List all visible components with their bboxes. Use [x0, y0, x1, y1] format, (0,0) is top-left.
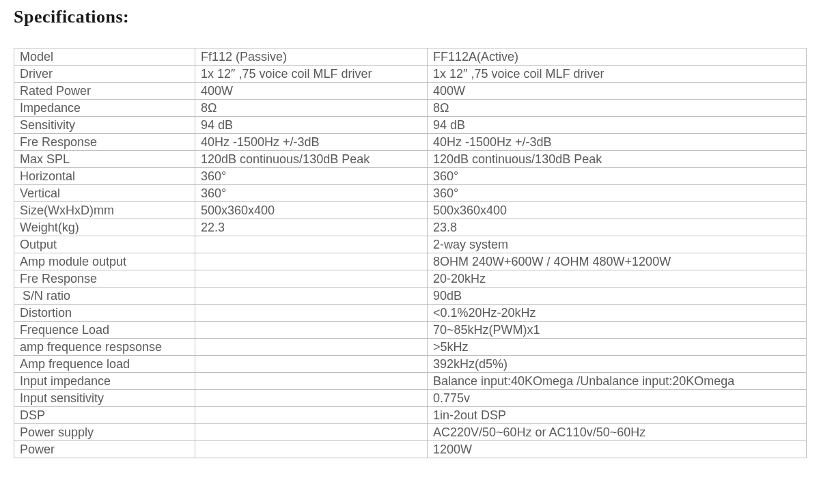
spec-value-active: 2-way system	[428, 236, 807, 253]
table-row: Impedance8Ω8Ω	[14, 100, 807, 117]
table-row: Power1200W	[14, 441, 807, 458]
spec-value-active: 40Hz -1500Hz +/-3dB	[428, 134, 807, 151]
spec-value-passive	[195, 407, 428, 424]
spec-value-passive	[195, 305, 428, 322]
spec-value-passive	[195, 441, 428, 458]
spec-value-active: 1in-2out DSP	[428, 407, 807, 424]
table-row: Input impedanceBalance input:40KOmega /U…	[14, 373, 807, 390]
spec-value-active: 23.8	[428, 219, 807, 236]
spec-value-passive	[195, 253, 428, 270]
spec-label: Fre Response	[14, 270, 195, 288]
table-row: Distortion<0.1%20Hz-20kHz	[14, 305, 807, 322]
spec-value-passive	[195, 356, 428, 373]
table-row: Size(WxHxD)mm500x360x400500x360x400	[14, 202, 807, 219]
spec-value-active: AC220V/50~60Hz or AC110v/50~60Hz	[428, 424, 807, 441]
spec-value-passive: 400W	[195, 83, 428, 100]
spec-value-passive	[195, 288, 428, 305]
spec-value-active: 90dB	[428, 288, 807, 305]
spec-label: Impedance	[14, 100, 195, 117]
table-row: Driver1x 12″ ,75 voice coil MLF driver1x…	[14, 66, 807, 83]
spec-label: Frequence Load	[14, 322, 195, 339]
table-row: DSP1in-2out DSP	[14, 407, 807, 424]
spec-value-active: 360°	[428, 185, 807, 202]
spec-label: Power	[14, 441, 195, 458]
specifications-table: ModelFf112 (Passive)FF112A(Active)Driver…	[14, 48, 807, 458]
spec-value-active: Balance input:40KOmega /Unbalance input:…	[428, 373, 807, 390]
spec-label: Weight(kg)	[14, 219, 195, 236]
spec-value-active: 70~85kHz(PWM)x1	[428, 322, 807, 339]
spec-value-active: 1200W	[428, 441, 807, 458]
spec-value-passive: 40Hz -1500Hz +/-3dB	[195, 134, 428, 151]
spec-label: Size(WxHxD)mm	[14, 202, 195, 219]
spec-value-passive	[195, 236, 428, 253]
spec-value-active: 94 dB	[428, 117, 807, 134]
spec-value-active: 360°	[428, 168, 807, 185]
table-row: Output2-way system	[14, 236, 807, 253]
spec-value-passive: 500x360x400	[195, 202, 428, 219]
table-row: Power supplyAC220V/50~60Hz or AC110v/50~…	[14, 424, 807, 441]
spec-value-passive: 1x 12″ ,75 voice coil MLF driver	[195, 66, 428, 83]
spec-value-active: 8Ω	[428, 100, 807, 117]
spec-value-passive: Ff112 (Passive)	[195, 48, 428, 66]
spec-label: Sensitivity	[14, 117, 195, 134]
spec-value-active: 400W	[428, 83, 807, 100]
table-row: Amp module output8OHM 240W+600W / 4OHM 4…	[14, 253, 807, 270]
spec-label: Rated Power	[14, 83, 195, 100]
spec-label: Power supply	[14, 424, 195, 441]
spec-value-passive	[195, 390, 428, 407]
table-row: ModelFf112 (Passive)FF112A(Active)	[14, 48, 807, 66]
spec-value-active: 120dB continuous/130dB Peak	[428, 151, 807, 168]
spec-value-passive: 8Ω	[195, 100, 428, 117]
spec-label: Amp module output	[14, 253, 195, 270]
table-row: Fre Response20-20kHz	[14, 270, 807, 288]
spec-label: Max SPL	[14, 151, 195, 168]
table-row: Weight(kg)22.323.8	[14, 219, 807, 236]
spec-value-passive	[195, 424, 428, 441]
spec-label: Distortion	[14, 305, 195, 322]
spec-value-active: >5kHz	[428, 339, 807, 356]
spec-label: Vertical	[14, 185, 195, 202]
table-row: Horizontal360°360°	[14, 168, 807, 185]
spec-label: Input impedance	[14, 373, 195, 390]
spec-label: Input sensitivity	[14, 390, 195, 407]
spec-value-passive: 360°	[195, 185, 428, 202]
table-row: Frequence Load70~85kHz(PWM)x1	[14, 322, 807, 339]
spec-value-passive	[195, 270, 428, 288]
spec-value-passive: 22.3	[195, 219, 428, 236]
table-row: Input sensitivity0.775v	[14, 390, 807, 407]
spec-label: Driver	[14, 66, 195, 83]
spec-value-active: 20-20kHz	[428, 270, 807, 288]
spec-value-active: <0.1%20Hz-20kHz	[428, 305, 807, 322]
spec-label: amp frequence respsonse	[14, 339, 195, 356]
table-row: Amp frequence load392kHz(d5%)	[14, 356, 807, 373]
table-row: Vertical360°360°	[14, 185, 807, 202]
spec-value-passive	[195, 339, 428, 356]
table-row: Fre Response40Hz -1500Hz +/-3dB40Hz -150…	[14, 134, 807, 151]
spec-value-active: 500x360x400	[428, 202, 807, 219]
spec-value-active: 1x 12″ ,75 voice coil MLF driver	[428, 66, 807, 83]
spec-value-active: 8OHM 240W+600W / 4OHM 480W+1200W	[428, 253, 807, 270]
table-row: amp frequence respsonse>5kHz	[14, 339, 807, 356]
spec-value-passive	[195, 373, 428, 390]
page-title: Specifications:	[14, 7, 807, 27]
spec-label: Horizontal	[14, 168, 195, 185]
table-row: Max SPL120dB continuous/130dB Peak120dB …	[14, 151, 807, 168]
spec-label: Output	[14, 236, 195, 253]
spec-label: Fre Response	[14, 134, 195, 151]
spec-label: Amp frequence load	[14, 356, 195, 373]
spec-label: Model	[14, 48, 195, 66]
spec-label: S/N ratio	[14, 288, 195, 305]
spec-value-active: FF112A(Active)	[428, 48, 807, 66]
table-row: Rated Power400W400W	[14, 83, 807, 100]
spec-value-passive: 360°	[195, 168, 428, 185]
spec-value-passive	[195, 322, 428, 339]
table-row: Sensitivity94 dB94 dB	[14, 117, 807, 134]
table-row: S/N ratio90dB	[14, 288, 807, 305]
spec-value-active: 392kHz(d5%)	[428, 356, 807, 373]
spec-label: DSP	[14, 407, 195, 424]
spec-value-active: 0.775v	[428, 390, 807, 407]
spec-value-passive: 94 dB	[195, 117, 428, 134]
spec-value-passive: 120dB continuous/130dB Peak	[195, 151, 428, 168]
